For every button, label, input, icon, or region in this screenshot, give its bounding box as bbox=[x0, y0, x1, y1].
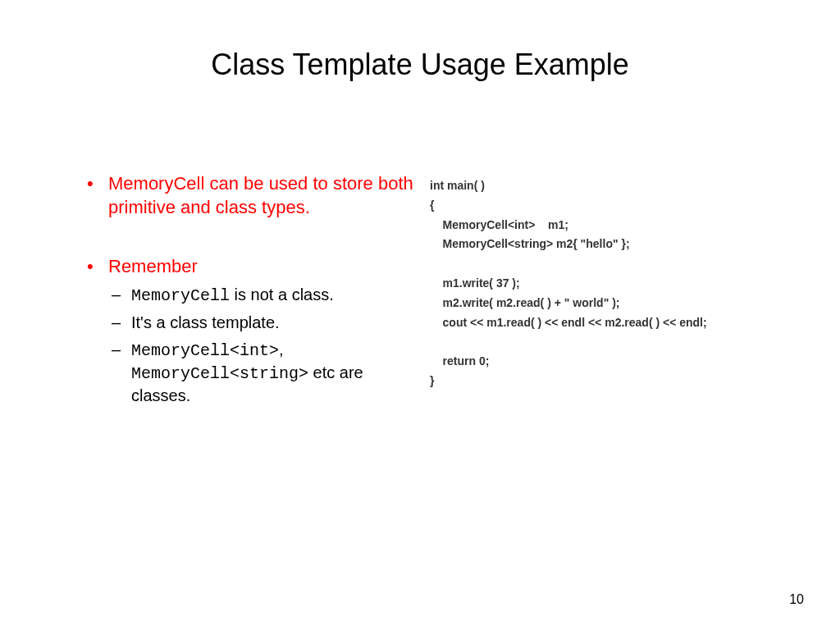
slide-title: Class Template Usage Example bbox=[0, 48, 840, 82]
bullet-2: Remember bbox=[82, 255, 418, 279]
bullet-2-1: MemoryCell is not a class. bbox=[82, 284, 418, 307]
bullet-2-2: It's a class template. bbox=[82, 312, 418, 334]
page-number: 10 bbox=[789, 592, 804, 607]
bullet-1: MemoryCell can be used to store both pri… bbox=[82, 172, 418, 219]
code-block: int main( ) { MemoryCell<int> m1; Memory… bbox=[430, 176, 815, 391]
slide-body: MemoryCell can be used to store both pri… bbox=[82, 172, 418, 410]
bullet-2-3: MemoryCell<int>, MemoryCell<string> etc … bbox=[82, 339, 418, 407]
